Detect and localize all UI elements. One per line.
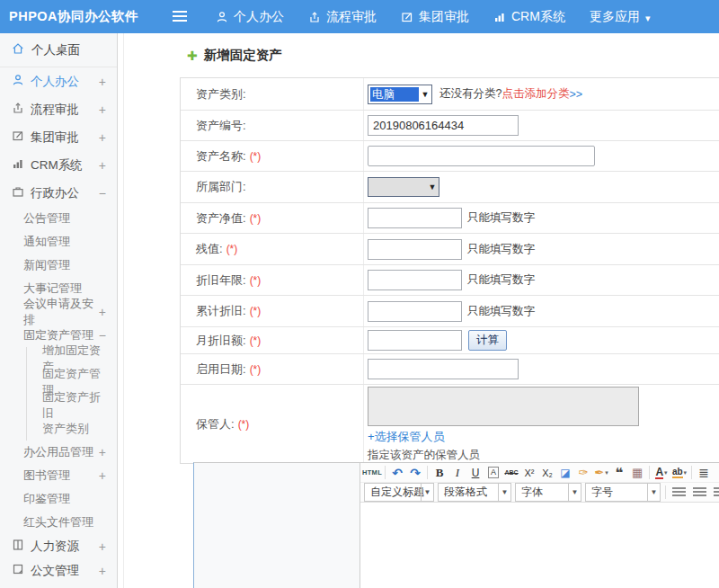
monthly-dep-input[interactable] bbox=[368, 330, 462, 351]
department-select[interactable]: ▼ bbox=[368, 177, 439, 197]
top-navigation: 个人办公 流程审批 集团审批 CRM系统 更多应用 bbox=[216, 0, 674, 33]
nav-item-personal-office[interactable]: 个人办公 bbox=[216, 9, 284, 25]
toolbar-separator bbox=[691, 466, 692, 479]
sidebar-item-group-approval[interactable]: 集团审批 + bbox=[0, 123, 117, 151]
field-label: 折旧年限: bbox=[196, 272, 246, 289]
field-label: 保管人: bbox=[196, 416, 235, 432]
subscript-button[interactable]: X₂ bbox=[538, 464, 556, 482]
add-category-link[interactable]: 点击添加分类 bbox=[502, 86, 569, 102]
sidebar-item-book-mgmt[interactable]: 图书管理 + bbox=[0, 464, 117, 487]
italic-button[interactable]: I bbox=[448, 464, 466, 482]
list-button[interactable]: ≣ bbox=[695, 464, 713, 482]
field-label: 所属部门: bbox=[196, 179, 246, 195]
sidebar-item-notice-mgmt[interactable]: 通知管理 bbox=[0, 230, 117, 254]
field-label: 资产净值: bbox=[196, 210, 246, 227]
nav-item-more-apps[interactable]: 更多应用 bbox=[590, 9, 651, 25]
font-size-select[interactable]: 字号 ▼ bbox=[585, 483, 661, 502]
sidebar-item-personal-office[interactable]: 个人办公 + bbox=[0, 67, 117, 95]
font-color-button[interactable]: A▾ bbox=[652, 464, 670, 482]
select-keeper-link[interactable]: +选择保管人员 bbox=[368, 429, 445, 445]
editor-toolbar-row1: HTML ↶ ↷ B I U A ABC X² X₂ ◪ ✑ ✒▾ ❝ ▦ A▾… bbox=[360, 463, 719, 483]
auto-typeset-button[interactable]: ✒▾ bbox=[592, 464, 610, 482]
form-row-keeper: 保管人: (*) +选择保管人员 指定该资产的保管人员 bbox=[181, 385, 719, 463]
document-icon bbox=[12, 563, 24, 578]
expand-icon[interactable]: + bbox=[99, 468, 106, 483]
format-brush-button[interactable]: ✑ bbox=[574, 464, 592, 482]
person-icon bbox=[216, 11, 228, 23]
paste-table-button[interactable]: ▦ bbox=[628, 464, 646, 482]
sidebar-item-crm[interactable]: CRM系统 + bbox=[0, 151, 117, 179]
expand-icon[interactable]: + bbox=[99, 445, 106, 459]
start-date-input[interactable] bbox=[368, 359, 519, 379]
upload-icon bbox=[12, 102, 24, 117]
sidebar-item-document-mgmt[interactable]: 公文管理 + bbox=[0, 558, 117, 583]
source-button[interactable]: HTML bbox=[362, 464, 382, 482]
expand-icon[interactable]: + bbox=[99, 102, 106, 117]
sidebar-item-fixed-asset-depreciation[interactable]: 固定资产折旧 bbox=[27, 394, 117, 417]
chevron-down-icon: ▼ bbox=[647, 484, 660, 501]
expand-icon[interactable]: + bbox=[99, 539, 106, 554]
custom-title-select[interactable]: 自定义标题 ▼ bbox=[364, 483, 434, 502]
editor-content-area[interactable] bbox=[360, 503, 719, 588]
sidebar-item-asset-category[interactable]: 资产类别 bbox=[27, 417, 117, 441]
eraser-button[interactable]: ◪ bbox=[556, 464, 574, 482]
hamburger-menu-icon[interactable] bbox=[173, 11, 187, 24]
upload-icon bbox=[308, 11, 321, 23]
nav-item-group-approval[interactable]: 集团审批 bbox=[401, 9, 469, 25]
superscript-button[interactable]: X² bbox=[520, 464, 538, 482]
expand-icon[interactable]: + bbox=[99, 130, 106, 145]
undo-button[interactable]: ↶ bbox=[388, 464, 406, 482]
salvage-input[interactable] bbox=[368, 239, 462, 260]
sidebar-item-meeting-mgmt[interactable]: 会议申请及安排 + bbox=[0, 300, 117, 324]
field-label: 资产编号: bbox=[196, 118, 246, 134]
highlight-button[interactable]: ab▾ bbox=[670, 464, 688, 482]
nav-item-crm[interactable]: CRM系统 bbox=[493, 9, 565, 25]
required-mark: (*) bbox=[250, 274, 262, 287]
asset-no-input[interactable] bbox=[368, 115, 519, 136]
align-left-icon[interactable] bbox=[672, 487, 686, 497]
collapse-icon[interactable]: − bbox=[99, 328, 106, 343]
expand-icon[interactable]: + bbox=[99, 75, 106, 89]
asset-category-select[interactable]: 电脑 ▼ bbox=[368, 85, 432, 104]
field-label: 月折旧额: bbox=[196, 333, 246, 349]
sidebar-item-hr[interactable]: 人力资源 + bbox=[0, 534, 117, 558]
calculate-button[interactable]: 计算 bbox=[468, 330, 507, 351]
bar-chart-icon bbox=[12, 157, 24, 173]
sidebar-item-news-mgmt[interactable]: 新闻管理 bbox=[0, 254, 117, 277]
expand-icon[interactable]: + bbox=[99, 305, 106, 319]
underline-button[interactable]: U bbox=[466, 464, 484, 482]
field-label: 启用日期: bbox=[196, 361, 246, 378]
blockquote-button[interactable]: ❝ bbox=[610, 464, 628, 482]
main-content: ✚ 新增固定资产 资产类别: 电脑 ▼ 还没有分类? 点击添加分类 >> 资产编… bbox=[124, 33, 719, 588]
net-value-input[interactable] bbox=[368, 208, 462, 228]
strikethrough-button[interactable]: ABC bbox=[502, 464, 520, 482]
add-category-arrows[interactable]: >> bbox=[569, 88, 582, 101]
font-family-select[interactable]: 字体 ▼ bbox=[515, 483, 581, 502]
bold-button[interactable]: B bbox=[431, 464, 448, 482]
sidebar-item-desktop[interactable]: 个人桌面 bbox=[0, 33, 117, 67]
form-row-category: 资产类别: 电脑 ▼ 还没有分类? 点击添加分类 >> bbox=[181, 78, 719, 111]
paragraph-format-select[interactable]: 段落格式 ▼ bbox=[438, 483, 511, 502]
asset-name-input[interactable] bbox=[368, 146, 595, 166]
sidebar-item-announcement-mgmt[interactable]: 公告管理 bbox=[0, 207, 117, 230]
font-box-button[interactable]: A bbox=[484, 464, 502, 482]
align-center-icon[interactable] bbox=[693, 487, 706, 497]
fixed-asset-submenu: 增加固定资产 固定资产管理 固定资产折旧 资产类别 bbox=[26, 347, 117, 441]
sidebar-item-official-doc-mgmt[interactable]: 红头文件管理 bbox=[0, 511, 117, 534]
keeper-textarea[interactable] bbox=[368, 387, 639, 426]
sidebar-item-process-approval[interactable]: 流程审批 + bbox=[0, 95, 117, 123]
sidebar-item-office-supplies-mgmt[interactable]: 办公用品管理 + bbox=[0, 441, 117, 464]
collapse-icon[interactable]: − bbox=[99, 186, 106, 200]
redo-button[interactable]: ↷ bbox=[406, 464, 424, 482]
chevron-down-icon: ▼ bbox=[419, 90, 431, 99]
sidebar-item-admin-office[interactable]: 行政办公 − bbox=[0, 179, 117, 207]
expand-icon[interactable]: + bbox=[99, 158, 106, 173]
nav-item-process-approval[interactable]: 流程审批 bbox=[308, 9, 377, 25]
expand-icon[interactable]: + bbox=[99, 564, 106, 578]
toolbar-separator bbox=[649, 466, 650, 479]
sidebar-item-seal-mgmt[interactable]: 印鉴管理 bbox=[0, 487, 117, 511]
align-right-icon[interactable] bbox=[714, 487, 719, 497]
acc-dep-input[interactable] bbox=[368, 301, 462, 322]
dep-years-input[interactable] bbox=[368, 270, 462, 290]
chevron-down-icon: ▾ bbox=[684, 469, 688, 477]
